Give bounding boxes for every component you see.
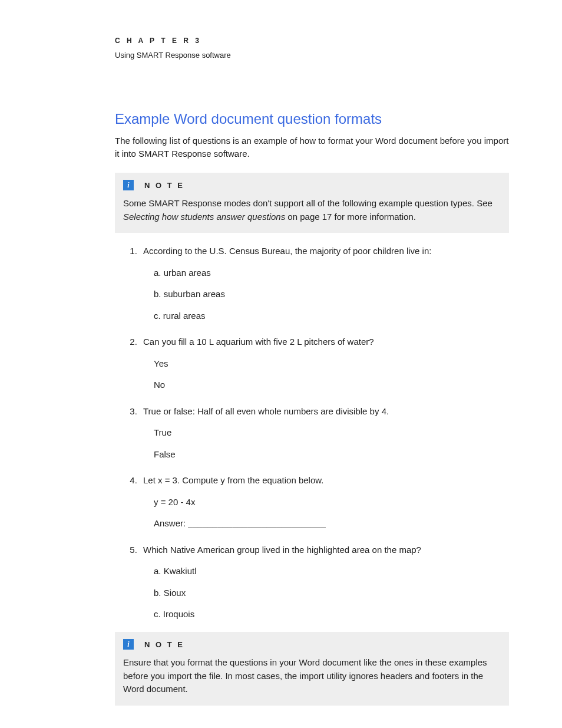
list-item: Can you fill a 10 L aquarium with five 2… bbox=[140, 335, 509, 392]
question-option: False bbox=[154, 448, 509, 462]
question-option: c. Iroquois bbox=[154, 608, 509, 621]
note-label: N O T E bbox=[144, 639, 184, 651]
note-text-pre: Some SMART Response modes don't support … bbox=[123, 198, 492, 208]
question-option: b. Sioux bbox=[154, 587, 509, 600]
note-label: N O T E bbox=[144, 180, 184, 192]
note-text-italic: Selecting how students answer questions bbox=[123, 212, 285, 222]
note-text-post: on page 17 for more information. bbox=[285, 212, 416, 222]
question-text: Let x = 3. Compute y from the equation b… bbox=[143, 474, 509, 487]
question-option: c. rural areas bbox=[154, 309, 509, 323]
note-box-1: i N O T E Some SMART Response modes don'… bbox=[115, 173, 509, 233]
page-title: Example Word document question formats bbox=[115, 108, 509, 130]
note-box-2: i N O T E Ensure that you format the que… bbox=[115, 632, 509, 706]
note-header: i N O T E bbox=[123, 639, 501, 651]
question-option: y = 20 - 4x bbox=[154, 496, 509, 509]
question-text: Can you fill a 10 L aquarium with five 2… bbox=[143, 335, 509, 349]
question-option: Answer: ____________________________ bbox=[154, 517, 509, 531]
question-list: According to the U.S. Census Bureau, the… bbox=[115, 245, 509, 621]
note-body: Some SMART Response modes don't support … bbox=[123, 197, 501, 223]
question-option: Yes bbox=[154, 357, 509, 371]
question-option: True bbox=[154, 426, 509, 440]
question-option: No bbox=[154, 378, 509, 392]
chapter-label: C H A P T E R 3 bbox=[115, 35, 509, 46]
question-option: a. urban areas bbox=[154, 266, 509, 280]
question-option: b. suburban areas bbox=[154, 288, 509, 301]
question-text: Which Native American group lived in the… bbox=[143, 543, 509, 557]
note-body: Ensure that you format the questions in … bbox=[123, 656, 501, 696]
question-text: According to the U.S. Census Bureau, the… bbox=[143, 245, 509, 258]
chapter-subtitle: Using SMART Response software bbox=[115, 50, 509, 61]
note-header: i N O T E bbox=[123, 180, 501, 192]
question-text: True or false: Half of all even whole nu… bbox=[143, 405, 509, 419]
list-item: True or false: Half of all even whole nu… bbox=[140, 405, 509, 462]
list-item: Let x = 3. Compute y from the equation b… bbox=[140, 474, 509, 531]
list-item: According to the U.S. Census Bureau, the… bbox=[140, 245, 509, 322]
info-icon: i bbox=[123, 180, 134, 190]
info-icon: i bbox=[123, 639, 134, 650]
question-option: a. Kwakiutl bbox=[154, 565, 509, 578]
intro-paragraph: The following list of questions is an ex… bbox=[115, 134, 509, 161]
list-item: Which Native American group lived in the… bbox=[140, 543, 509, 621]
